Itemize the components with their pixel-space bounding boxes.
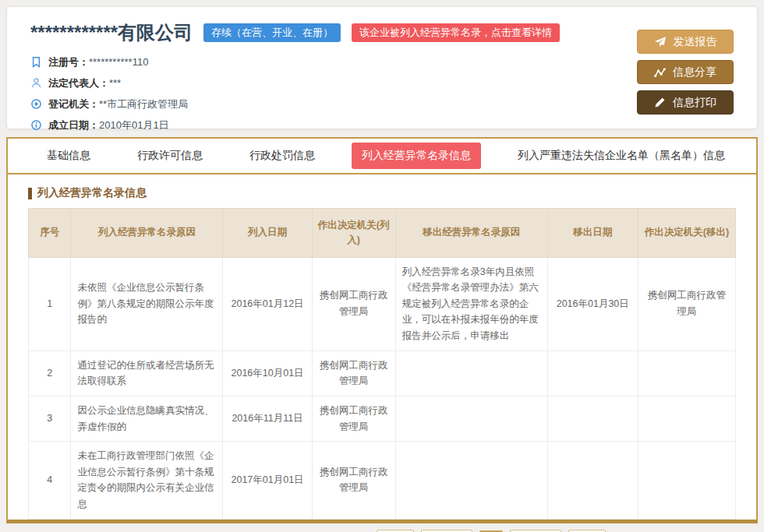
cell-inclusion-date: 2016年11月11日: [223, 396, 312, 441]
pencil-icon: [654, 97, 666, 108]
cell-inclusion-date: 2017年01月01日: [223, 442, 312, 520]
paper-plane-icon: [654, 36, 667, 48]
cell-inclusion-authority: 携创网工商行政管理局: [312, 257, 395, 351]
company-info-list: 注册号： ***********110 法定代表人： *** 登记机关： **市…: [30, 51, 734, 136]
person-icon: [30, 77, 42, 89]
cell-removal-reason: [395, 351, 547, 396]
tab-administrative-penalty[interactable]: 行政处罚信息: [239, 143, 325, 169]
cell-removal-reason: [395, 396, 547, 441]
pagination-prev-button[interactable]: ◂上一页: [421, 530, 472, 532]
table-header-row: 序号 列入经营异常名录原因 列入日期 作出决定机关(列入) 移出经营异常名录原因…: [29, 209, 736, 258]
section-title: 列入经营异常名录信息: [28, 186, 736, 200]
status-badge: 存续（在营、开业、在册）: [203, 23, 341, 42]
cell-inclusion-authority: 携创网工商行政管理局: [312, 442, 395, 520]
cell-removal-authority: 携创网工商行政管理局: [638, 257, 735, 351]
action-label: 信息打印: [673, 96, 716, 110]
location-icon: [30, 98, 42, 110]
send-report-button[interactable]: 发送报告: [637, 30, 734, 54]
cell-index: 4: [29, 442, 71, 520]
cell-removal-date: [547, 351, 638, 396]
tab-bar: 基础信息 行政许可信息 行政处罚信息 列入经营异常名录信息 列入严重违法失信企业…: [8, 139, 756, 174]
cell-inclusion-reason: 未在工商行政管理部门依照《企业信息公示暂行条例》第十条规定责令的期限内公示有关企…: [71, 442, 223, 520]
info-label: 成立日期：: [48, 118, 99, 132]
info-row-registration-authority: 登记机关： **市工商行政管理局: [30, 93, 734, 115]
pagination-next-button[interactable]: 下一页▸: [510, 530, 561, 532]
tab-content: 列入经营异常名录信息 序号 列入经营异常名录原因 列入日期 作出决定机关(列入)…: [8, 174, 756, 532]
info-row-registration-number: 注册号： ***********110: [30, 51, 734, 72]
cell-removal-date: [547, 442, 638, 520]
info-row-legal-representative: 法定代表人： ***: [30, 72, 734, 93]
tab-administrative-license[interactable]: 行政许可信息: [127, 143, 213, 169]
cell-removal-authority: [638, 442, 735, 520]
cell-index: 3: [29, 396, 71, 441]
column-header-removal-authority: 作出决定机关(移出): [638, 209, 735, 258]
info-label: 注册号：: [48, 55, 89, 69]
bookmark-icon: [30, 56, 42, 68]
column-header-removal-reason: 移出经营异常名录原因: [395, 209, 547, 258]
cell-inclusion-reason: 因公示企业信息隐瞒真实情况、弄虚作假的: [71, 396, 223, 441]
establish-date-value: 2010年01月1日: [99, 118, 169, 132]
table-row: 3 因公示企业信息隐瞒真实情况、弄虚作假的 2016年11月11日 携创网工商行…: [29, 396, 736, 441]
cell-removal-date: 2016年01月30日: [547, 257, 638, 351]
cell-inclusion-authority: 携创网工商行政管理局: [312, 351, 395, 396]
column-header-inclusion-authority: 作出决定机关(列入): [312, 209, 395, 258]
registration-authority-value: **市工商行政管理局: [99, 97, 188, 111]
column-header-removal-date: 移出日期: [547, 209, 638, 258]
section-title-marker: [28, 188, 32, 199]
cell-index: 2: [29, 351, 71, 396]
pagination-row: 共 查询到 4 条记录 共 1 页 首页 ◂上一页 1 下一页▸ 末页: [28, 530, 736, 532]
info-icon: [30, 119, 42, 131]
cell-index: 1: [29, 257, 71, 351]
cell-inclusion-date: 2016年01月12日: [223, 257, 312, 351]
company-title-row: ************有限公司 存续（在营、开业、在册） 该企业被列入经营异常…: [30, 20, 734, 45]
cell-removal-authority: [638, 396, 735, 441]
info-row-establish-date: 成立日期： 2010年01月1日: [30, 115, 734, 136]
info-label: 法定代表人：: [48, 76, 109, 90]
action-label: 信息分享: [673, 65, 716, 79]
action-label: 发送报告: [674, 35, 717, 49]
cell-removal-date: [547, 396, 638, 441]
column-header-index: 序号: [29, 209, 71, 258]
cell-inclusion-reason: 未依照《企业信息公示暂行条例》第八条规定的期限公示年度报告的: [71, 257, 223, 351]
table-row: 2 通过登记的住所或者经营场所无法取得联系 2016年10月01日 携创网工商行…: [29, 351, 736, 396]
tab-serious-violation-blacklist[interactable]: 列入严重违法失信企业名单（黑名单）信息: [508, 143, 735, 169]
abnormal-warning-badge[interactable]: 该企业被列入经营异常名录，点击查看详情: [352, 23, 560, 42]
pagination: 首页 ◂上一页 1 下一页▸ 末页: [377, 530, 607, 532]
detail-panel: 基础信息 行政许可信息 行政处罚信息 列入经营异常名录信息 列入严重违法失信企业…: [6, 137, 758, 523]
pagination-first-button[interactable]: 首页: [377, 530, 414, 532]
tab-basic-info[interactable]: 基础信息: [37, 143, 101, 169]
cell-inclusion-authority: 携创网工商行政管理局: [312, 396, 395, 441]
table-row: 4 未在工商行政管理部门依照《企业信息公示暂行条例》第十条规定责令的期限内公示有…: [29, 442, 736, 520]
cell-removal-authority: [638, 351, 735, 396]
legal-representative-value: ***: [109, 77, 121, 89]
cell-inclusion-date: 2016年10月01日: [223, 351, 312, 396]
share-info-button[interactable]: 信息分享: [637, 60, 734, 84]
tab-abnormal-operation-list[interactable]: 列入经营异常名录信息: [352, 143, 481, 169]
cell-removal-reason: 列入经营异常名录3年内且依照《经营异常名录管理办法》第六规定被列入经营异常名录的…: [395, 257, 547, 351]
pagination-last-button[interactable]: 末页: [568, 530, 606, 532]
section-title-text: 列入经营异常名录信息: [37, 186, 147, 200]
company-header-card: ************有限公司 存续（在营、开业、在册） 该企业被列入经营异常…: [6, 6, 758, 129]
info-label: 登记机关：: [48, 97, 99, 111]
cell-removal-reason: [395, 442, 547, 520]
print-info-button[interactable]: 信息打印: [637, 90, 734, 115]
abnormal-records-table: 序号 列入经营异常名录原因 列入日期 作出决定机关(列入) 移出经营异常名录原因…: [28, 208, 736, 520]
column-header-inclusion-date: 列入日期: [223, 209, 312, 258]
company-name: ************有限公司: [30, 20, 193, 45]
registration-number-value: ***********110: [89, 56, 148, 68]
header-actions: 发送报告 信息分享 信息打印: [637, 30, 734, 115]
table-row: 1 未依照《企业信息公示暂行条例》第八条规定的期限公示年度报告的 2016年01…: [29, 257, 736, 351]
column-header-inclusion-reason: 列入经营异常名录原因: [71, 209, 223, 258]
share-icon: [654, 67, 666, 78]
cell-inclusion-reason: 通过登记的住所或者经营场所无法取得联系: [71, 351, 223, 396]
